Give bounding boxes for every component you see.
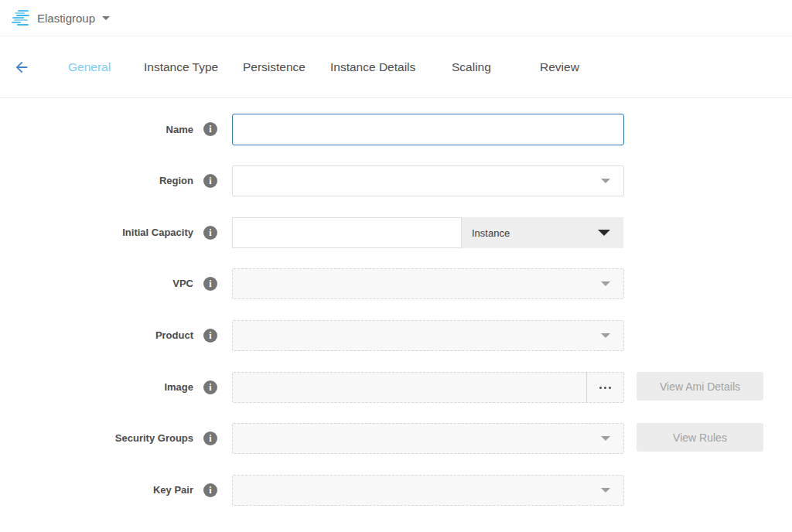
tab-persistence[interactable]: Persistence — [243, 36, 306, 97]
app-switcher-caret-icon[interactable] — [102, 16, 110, 20]
image-info-icon[interactable]: i — [203, 380, 217, 394]
product-caret-icon — [601, 333, 610, 338]
tab-general[interactable]: General — [68, 36, 111, 97]
initial-capacity-info-icon[interactable]: i — [203, 226, 217, 240]
vpc-info-icon[interactable]: i — [203, 277, 217, 291]
vpc-select — [232, 268, 624, 299]
product-label: Product — [0, 320, 193, 351]
app-title[interactable]: Elastigroup — [37, 12, 95, 25]
security-groups-select — [232, 423, 624, 454]
key-pair-caret-icon — [601, 488, 610, 493]
security-groups-label: Security Groups — [0, 423, 193, 454]
key-pair-info-icon[interactable]: i — [203, 483, 217, 497]
product-info-icon[interactable]: i — [203, 329, 217, 343]
capacity-unit-value: Instance — [472, 227, 510, 239]
region-select[interactable] — [232, 165, 624, 196]
initial-capacity-label: Initial Capacity — [0, 217, 193, 248]
security-groups-caret-icon — [601, 436, 610, 441]
back-arrow-icon[interactable] — [13, 59, 30, 76]
wizard-tab-bar: General Instance Type Persistence Instan… — [0, 36, 792, 98]
name-input[interactable] — [232, 114, 624, 145]
image-label: Image — [0, 372, 193, 403]
security-groups-info-icon[interactable]: i — [203, 431, 217, 445]
region-caret-icon — [601, 179, 610, 183]
tab-instance-details[interactable]: Instance Details — [330, 36, 415, 97]
product-select — [232, 320, 624, 351]
elastigroup-logo-icon — [12, 9, 30, 26]
image-browse-button[interactable] — [587, 373, 623, 402]
region-label: Region — [0, 165, 193, 196]
region-info-icon[interactable]: i — [203, 174, 217, 188]
capacity-unit-select[interactable]: Instance — [462, 217, 623, 248]
initial-capacity-input[interactable] — [232, 217, 462, 248]
key-pair-label: Key Pair — [0, 475, 193, 506]
tab-instance-type[interactable]: Instance Type — [144, 36, 218, 97]
tab-scaling[interactable]: Scaling — [452, 36, 491, 97]
key-pair-select — [232, 475, 624, 506]
tab-review[interactable]: Review — [540, 36, 579, 97]
name-label: Name — [0, 114, 193, 145]
name-info-icon[interactable]: i — [203, 122, 217, 136]
view-rules-button[interactable]: View Rules — [637, 423, 763, 452]
view-ami-details-button[interactable]: View Ami Details — [637, 372, 763, 401]
top-bar: Elastigroup — [0, 0, 792, 36]
image-picker — [232, 372, 624, 403]
capacity-unit-caret-icon — [598, 230, 610, 236]
vpc-caret-icon — [601, 281, 610, 286]
vpc-label: VPC — [0, 268, 193, 299]
